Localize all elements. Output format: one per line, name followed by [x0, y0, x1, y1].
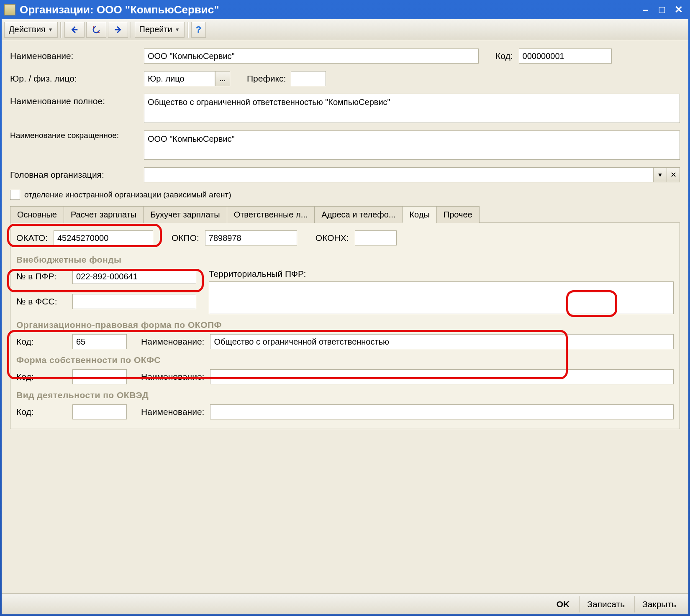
name-input[interactable] — [144, 49, 479, 64]
parent-org-label: Головная организация: — [10, 170, 144, 180]
prefix-input[interactable] — [291, 71, 326, 86]
tab-body-codes: ОКАТО: ОКПО: ОКОНХ: Внебюджетные фонды №… — [10, 223, 680, 429]
full-name-input[interactable] — [144, 94, 680, 123]
pfr-num-input[interactable] — [72, 269, 196, 284]
goto-menu[interactable]: Перейти ▼ — [135, 22, 185, 38]
save-button[interactable]: Записать — [579, 596, 633, 613]
close-icon: ✕ — [670, 170, 677, 179]
toolbar: Действия ▼ Перейти — [2, 19, 688, 40]
tab-main[interactable]: Основные — [10, 206, 64, 223]
pfr-terr-input[interactable] — [209, 281, 674, 314]
prefix-label: Префикс: — [247, 74, 286, 84]
okonh-input[interactable] — [355, 230, 397, 245]
refresh-icon — [91, 24, 102, 35]
goto-menu-label: Перейти — [139, 25, 172, 34]
okato-input[interactable] — [54, 230, 153, 245]
chevron-down-icon: ▼ — [657, 171, 663, 178]
nav-next-button[interactable] — [108, 22, 128, 38]
okonh-label: ОКОНХ: — [316, 233, 349, 243]
short-name-label: Наименование сокращенное: — [10, 130, 144, 141]
tab-responsible[interactable]: Ответственные л... — [227, 206, 315, 223]
code-label: Код: — [495, 51, 513, 61]
okpo-input[interactable] — [205, 230, 297, 245]
okved-code-input[interactable] — [72, 404, 127, 419]
maximize-button[interactable]: □ — [655, 3, 669, 16]
actions-menu-label: Действия — [9, 25, 46, 34]
window-icon — [4, 4, 15, 15]
parent-org-input[interactable] — [144, 167, 653, 182]
foreign-branch-checkbox[interactable] — [10, 190, 20, 200]
okato-label: ОКАТО: — [16, 233, 48, 243]
funds-group-title: Внебюджетные фонды — [16, 255, 674, 265]
parent-org-clear-button[interactable]: ✕ — [667, 167, 680, 182]
tab-codes[interactable]: Коды — [402, 206, 436, 223]
name-label: Наименование: — [10, 51, 144, 61]
minimize-button[interactable]: – — [638, 3, 652, 16]
okved-group-title: Вид деятельности по ОКВЭД — [16, 390, 674, 400]
entity-type-picker-button[interactable]: ... — [215, 71, 230, 86]
okved-name-input[interactable] — [210, 404, 674, 419]
tab-addresses[interactable]: Адреса и телефо... — [314, 206, 403, 223]
okved-code-label: Код: — [16, 407, 67, 417]
okfs-code-label: Код: — [16, 372, 67, 382]
okfs-name-label: Наименование: — [141, 372, 204, 382]
help-icon: ? — [196, 24, 201, 35]
actions-menu[interactable]: Действия ▼ — [4, 22, 58, 38]
help-button[interactable]: ? — [191, 22, 206, 38]
dropdown-icon: ▼ — [175, 27, 180, 33]
nav-prev-button[interactable] — [64, 22, 85, 38]
tab-salary-calc[interactable]: Расчет зарплаты — [64, 206, 144, 223]
arrow-right-icon — [113, 24, 123, 35]
arrow-left-icon — [69, 24, 80, 35]
pfr-num-label: № в ПФР: — [16, 271, 67, 281]
okfs-code-input[interactable] — [72, 369, 127, 384]
okopf-name-input[interactable] — [210, 334, 674, 349]
tab-other[interactable]: Прочее — [436, 206, 480, 223]
okved-name-label: Наименование: — [141, 407, 204, 417]
title-bar: Организации: ООО "КомпьюСервис" – □ ✕ — [2, 2, 688, 19]
refresh-button[interactable] — [86, 22, 106, 38]
short-name-input[interactable] — [144, 130, 680, 160]
okopf-name-label: Наименование: — [141, 337, 204, 347]
okopf-code-label: Код: — [16, 337, 67, 347]
footer: OK Записать Закрыть — [2, 593, 688, 614]
window-title: Организации: ООО "КомпьюСервис" — [20, 3, 219, 16]
entity-type-input[interactable] — [144, 71, 215, 86]
okfs-group-title: Форма собственности по ОКФС — [16, 355, 674, 365]
okopf-group-title: Организационно-правовая форма по ОКОПФ — [16, 320, 674, 330]
tab-salary-acct[interactable]: Бухучет зарплаты — [143, 206, 227, 223]
ok-button[interactable]: OK — [549, 596, 578, 613]
okpo-label: ОКПО: — [172, 233, 199, 243]
okopf-code-input[interactable] — [72, 334, 127, 349]
fss-num-label: № в ФСС: — [16, 296, 67, 307]
fss-num-input[interactable] — [72, 294, 196, 309]
close-button[interactable]: Закрыть — [634, 596, 684, 613]
tab-bar: Основные Расчет зарплаты Бухучет зарплат… — [10, 206, 680, 223]
entity-type-label: Юр. / физ. лицо: — [10, 74, 144, 84]
code-input[interactable] — [519, 49, 612, 64]
okfs-name-input[interactable] — [210, 369, 674, 384]
close-window-button[interactable]: ✕ — [672, 3, 686, 16]
full-name-label: Наименование полное: — [10, 94, 144, 106]
parent-org-dropdown-button[interactable]: ▼ — [653, 167, 667, 182]
pfr-terr-label: Территориальный ПФР: — [209, 269, 674, 279]
foreign-branch-label: отделение иностранной организации (завис… — [24, 190, 231, 199]
dropdown-icon: ▼ — [48, 27, 53, 33]
